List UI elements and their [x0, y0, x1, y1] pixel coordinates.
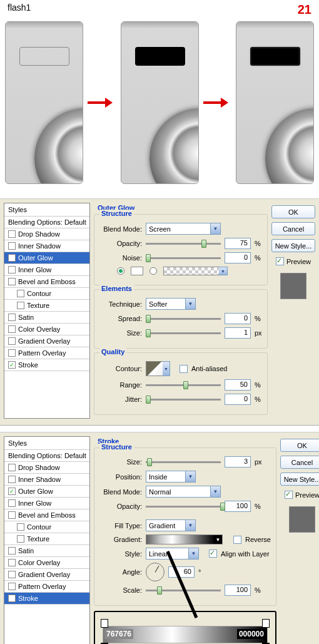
blend-mode-select[interactable]: Normal▼ [146, 486, 221, 498]
style-item-outer-glow[interactable]: Outer Glow [4, 486, 89, 498]
blend-mode-select[interactable]: Screen▼ [146, 223, 221, 235]
style-checkbox[interactable] [17, 535, 24, 543]
style-checkbox[interactable] [17, 290, 24, 297]
style-checkbox[interactable] [8, 325, 16, 333]
style-item-inner-shadow[interactable]: Inner Shadow [4, 240, 89, 252]
fill-type-select[interactable]: Gradient▼ [146, 519, 196, 531]
style-checkbox[interactable] [8, 571, 16, 578]
style-checkbox[interactable] [8, 464, 16, 471]
preview-checkbox[interactable] [276, 257, 284, 265]
style-item-pattern-overlay[interactable]: Pattern Overlay [4, 581, 89, 593]
angle-input[interactable]: 60 [168, 566, 195, 578]
align-layer-checkbox[interactable] [209, 549, 217, 558]
angle-wheel[interactable] [146, 563, 165, 581]
style-item-inner-shadow[interactable]: Inner Shadow [4, 474, 89, 486]
opacity-input[interactable]: 75 [225, 238, 251, 249]
glow-color-swatch[interactable] [131, 267, 143, 275]
style-checkbox[interactable] [8, 559, 16, 566]
opacity-input[interactable]: 100 [225, 501, 251, 512]
style-checkbox[interactable] [8, 488, 16, 495]
glow-gradient-radio[interactable] [149, 267, 157, 275]
style-checkbox[interactable] [17, 523, 24, 531]
glow-color-radio[interactable] [117, 267, 124, 275]
position-select[interactable]: Inside▼ [146, 471, 196, 483]
cancel-button[interactable]: Cancel [271, 222, 315, 235]
style-item-gradient-overlay[interactable]: Gradient Overlay [4, 335, 89, 347]
contour-swatch[interactable]: ▼ [146, 361, 163, 376]
opacity-slider[interactable] [146, 243, 221, 245]
size-input[interactable]: 1 [225, 327, 251, 339]
style-checkbox[interactable] [8, 476, 16, 483]
style-checkbox[interactable] [8, 499, 16, 507]
style-item-bevel-and-emboss[interactable]: Bevel and Emboss [4, 509, 89, 521]
range-slider[interactable] [146, 384, 221, 386]
blending-options-row[interactable]: Blending Options: Default [4, 450, 89, 462]
style-item-bevel-and-emboss[interactable]: Bevel and Emboss [4, 276, 89, 288]
size-input[interactable]: 3 [225, 456, 251, 468]
new-style-button[interactable]: New Style... [280, 473, 319, 486]
style-item-outer-glow[interactable]: Outer Glow [4, 252, 89, 264]
ok-button[interactable]: OK [271, 205, 315, 218]
style-item-drop-shadow[interactable]: Drop Shadow [4, 228, 89, 240]
scale-slider[interactable] [146, 590, 221, 591]
spread-slider[interactable] [146, 318, 221, 320]
style-checkbox[interactable] [8, 314, 16, 321]
new-style-button[interactable]: New Style... [271, 239, 315, 252]
style-item-texture[interactable]: Texture [4, 300, 89, 312]
style-checkbox[interactable] [8, 266, 16, 273]
style-item-texture[interactable]: Texture [4, 533, 89, 545]
reverse-label: Reverse [245, 536, 271, 543]
jitter-input[interactable]: 0 [225, 394, 251, 405]
style-select[interactable]: Linear▼ [146, 548, 199, 560]
style-checkbox[interactable] [8, 595, 16, 602]
style-checkbox[interactable] [17, 302, 24, 309]
style-item-stroke[interactable]: Stroke [4, 359, 89, 371]
glow-gradient-swatch[interactable]: ▼ [163, 267, 220, 275]
unit-percent: % [255, 381, 261, 389]
ok-button[interactable]: OK [280, 439, 319, 452]
style-item-color-overlay[interactable]: Color Overlay [4, 324, 89, 335]
tutorial-step-number: 21 [298, 3, 311, 17]
style-item-satin[interactable]: Satin [4, 312, 89, 324]
opacity-stop-left[interactable] [101, 619, 108, 628]
gradient-swatch[interactable]: ▼ [146, 534, 215, 544]
size-slider[interactable] [146, 332, 221, 334]
size-slider[interactable] [146, 461, 221, 463]
style-item-drop-shadow[interactable]: Drop Shadow [4, 462, 89, 474]
style-checkbox[interactable] [8, 583, 16, 590]
opacity-slider[interactable] [146, 506, 221, 508]
unit-percent: % [255, 396, 261, 403]
style-item-satin[interactable]: Satin [4, 545, 89, 557]
style-checkbox[interactable] [8, 278, 16, 285]
style-checkbox[interactable] [8, 254, 16, 262]
style-item-inner-glow[interactable]: Inner Glow [4, 498, 89, 509]
range-input[interactable]: 50 [225, 379, 251, 391]
style-checkbox[interactable] [8, 242, 16, 250]
opacity-stop-right[interactable] [262, 619, 270, 628]
anti-aliased-checkbox[interactable] [180, 365, 188, 373]
style-item-color-overlay[interactable]: Color Overlay [4, 557, 89, 569]
blending-options-row[interactable]: Blending Options: Default [4, 217, 89, 228]
gradient-editor-strip[interactable]: 767676 000000 [103, 626, 268, 643]
cancel-button[interactable]: Cancel [280, 456, 319, 469]
style-item-contour[interactable]: Contour [4, 288, 89, 300]
noise-input[interactable]: 0 [225, 252, 251, 263]
style-item-contour[interactable]: Contour [4, 521, 89, 533]
preview-checkbox[interactable] [285, 491, 293, 499]
scale-input[interactable]: 100 [225, 585, 251, 596]
style-item-inner-glow[interactable]: Inner Glow [4, 264, 89, 276]
style-checkbox[interactable] [8, 547, 16, 555]
style-checkbox[interactable] [8, 349, 16, 357]
jitter-slider[interactable] [146, 399, 221, 401]
technique-select[interactable]: Softer▼ [146, 298, 196, 310]
style-item-gradient-overlay[interactable]: Gradient Overlay [4, 569, 89, 581]
style-checkbox[interactable] [8, 361, 16, 369]
reverse-checkbox[interactable] [233, 536, 241, 544]
spread-input[interactable]: 0 [225, 313, 251, 324]
style-checkbox[interactable] [8, 337, 16, 345]
style-checkbox[interactable] [8, 511, 16, 519]
style-item-pattern-overlay[interactable]: Pattern Overlay [4, 347, 89, 359]
noise-slider[interactable] [146, 257, 221, 259]
style-checkbox[interactable] [8, 230, 16, 238]
style-item-stroke[interactable]: Stroke [4, 593, 89, 605]
